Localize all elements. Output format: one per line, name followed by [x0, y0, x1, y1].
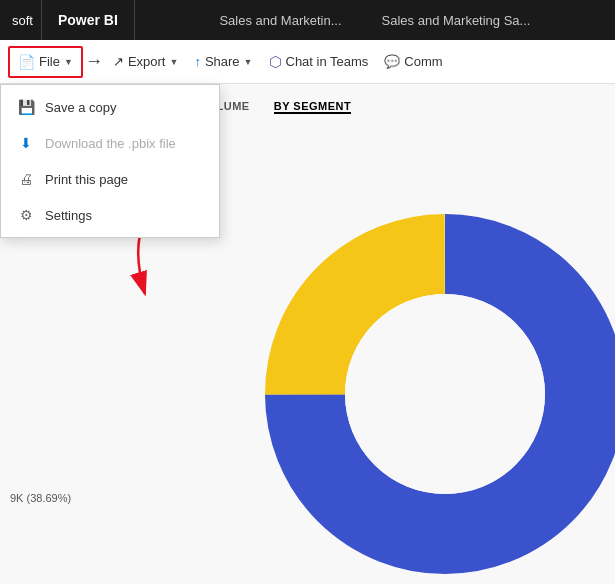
download-pbix-label: Download the .pbix file	[45, 136, 176, 151]
comment-button[interactable]: 💬 Comm	[376, 46, 450, 78]
menu-item-save-copy[interactable]: 💾 Save a copy	[1, 89, 219, 125]
report-title-1: Sales and Marketin...	[219, 13, 341, 28]
save-copy-icon: 💾	[17, 99, 35, 115]
comment-label: Comm	[404, 54, 442, 69]
powerbi-label: Power BI	[42, 0, 135, 40]
settings-label: Settings	[45, 208, 92, 223]
menu-item-print-page[interactable]: 🖨 Print this page	[1, 161, 219, 197]
chat-in-teams-button[interactable]: ⬡ Chat in Teams	[261, 46, 377, 78]
file-button[interactable]: 📄 File ▼	[8, 46, 83, 78]
file-caret: ▼	[64, 57, 73, 67]
report-title-2: Sales and Marketing Sa...	[382, 13, 531, 28]
toolbar: 📄 File ▼ → ↗ Export ▼ ↑ Share ▼ ⬡ Chat i…	[0, 40, 615, 84]
svg-point-3	[345, 294, 545, 494]
file-icon: 📄	[18, 54, 35, 70]
share-icon: ↑	[194, 54, 201, 69]
file-label: File	[39, 54, 60, 69]
save-copy-label: Save a copy	[45, 100, 117, 115]
print-page-label: Print this page	[45, 172, 128, 187]
title-center: Sales and Marketin... Sales and Marketin…	[135, 13, 615, 28]
print-icon: 🖨	[17, 171, 35, 187]
arrow-right-icon: →	[85, 51, 103, 72]
donut-chart	[255, 204, 615, 584]
settings-icon: ⚙	[17, 207, 35, 223]
menu-item-download-pbix: ⬇ Download the .pbix file	[1, 125, 219, 161]
teams-icon: ⬡	[269, 53, 282, 71]
title-bar: soft Power BI Sales and Marketin... Sale…	[0, 0, 615, 40]
menu-item-settings[interactable]: ⚙ Settings	[1, 197, 219, 233]
share-label: Share	[205, 54, 240, 69]
export-caret: ▼	[169, 57, 178, 67]
download-pbix-icon: ⬇	[17, 135, 35, 151]
chat-in-teams-label: Chat in Teams	[286, 54, 369, 69]
export-button[interactable]: ↗ Export ▼	[105, 46, 187, 78]
chart-label: 9K (38.69%)	[10, 492, 71, 504]
export-icon: ↗	[113, 54, 124, 69]
share-button[interactable]: ↑ Share ▼	[186, 46, 260, 78]
file-dropdown-menu: 💾 Save a copy ⬇ Download the .pbix file …	[0, 84, 220, 238]
comment-icon: 💬	[384, 54, 400, 69]
tab-by-segment[interactable]: BY SEGMENT	[274, 100, 352, 114]
logo-text: soft	[0, 0, 42, 40]
export-label: Export	[128, 54, 166, 69]
share-caret: ▼	[244, 57, 253, 67]
